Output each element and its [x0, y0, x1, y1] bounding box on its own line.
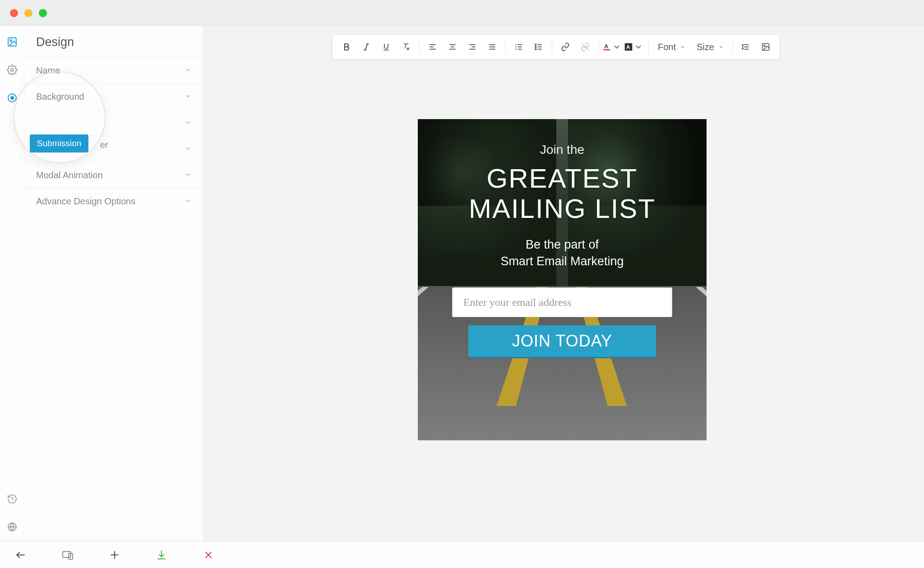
modal-title-line1: GREATEST — [487, 163, 638, 194]
chevron-down-icon — [185, 145, 192, 154]
separator — [419, 40, 420, 54]
panel-label: Advance Design Options — [36, 196, 135, 207]
design-sidebar: Design Name Background Container Close L… — [24, 26, 204, 541]
separator — [732, 40, 733, 54]
editor-canvas[interactable]: 123 A A Font Size — [204, 26, 924, 541]
add-icon[interactable] — [107, 548, 122, 562]
join-today-button[interactable]: JOIN TODAY — [468, 325, 656, 357]
panel-container[interactable]: Container — [24, 110, 203, 136]
target-icon[interactable] — [6, 92, 18, 104]
clear-format-button[interactable] — [397, 38, 416, 56]
history-icon[interactable] — [6, 493, 18, 505]
insert-image-button[interactable] — [756, 38, 775, 56]
chevron-down-icon — [185, 66, 192, 75]
svg-rect-48 — [63, 551, 70, 557]
font-label: Font — [658, 42, 676, 52]
modal-title-line2: MAILING LIST — [469, 194, 656, 224]
modal-eyebrow[interactable]: Join the — [418, 143, 707, 157]
settings-gear-icon[interactable] — [6, 64, 18, 76]
separator — [648, 40, 649, 54]
download-icon[interactable] — [154, 548, 169, 562]
ordered-list-button[interactable]: 123 — [509, 38, 528, 56]
chevron-down-icon — [185, 92, 192, 102]
devices-icon[interactable] — [60, 548, 75, 562]
align-left-button[interactable] — [423, 38, 442, 56]
align-justify-button[interactable] — [483, 38, 502, 56]
chevron-down-icon — [185, 119, 192, 128]
panel-label: Name — [36, 65, 60, 76]
close-icon[interactable] — [201, 548, 216, 562]
align-right-button[interactable] — [463, 38, 482, 56]
panel-label: Modal Animation — [36, 170, 103, 180]
size-dropdown[interactable]: Size — [691, 42, 729, 52]
size-label: Size — [697, 42, 714, 52]
svg-point-46 — [764, 45, 765, 46]
container-label-peek: er — [100, 140, 108, 150]
svg-text:A: A — [626, 44, 630, 50]
unordered-list-button[interactable] — [529, 38, 548, 56]
text-color-button[interactable]: A — [602, 38, 621, 56]
bold-button[interactable] — [337, 38, 356, 56]
svg-point-2 — [11, 69, 14, 71]
svg-point-34 — [535, 46, 536, 48]
insert-link-button[interactable] — [556, 38, 575, 56]
image-tab-icon[interactable] — [6, 36, 18, 48]
separator — [598, 40, 599, 54]
svg-rect-38 — [604, 49, 610, 51]
bottom-toolbar — [0, 541, 924, 568]
chevron-down-icon — [185, 171, 192, 180]
line-height-button[interactable] — [736, 38, 755, 56]
globe-icon[interactable] — [6, 521, 18, 533]
window-minimize-button[interactable] — [24, 9, 32, 17]
remove-link-button[interactable] — [576, 38, 595, 56]
modal-subtitle[interactable]: Be the part of Smart Email Marketing — [418, 236, 707, 269]
modal-title[interactable]: GREATEST MAILING LIST — [418, 163, 707, 224]
window-titlebar — [0, 0, 924, 26]
font-dropdown[interactable]: Font — [652, 42, 690, 52]
bg-color-button[interactable]: A — [622, 38, 645, 56]
italic-button[interactable] — [357, 38, 376, 56]
svg-point-35 — [535, 49, 536, 50]
panel-modal-animation[interactable]: Modal Animation — [24, 162, 203, 188]
align-center-button[interactable] — [443, 38, 462, 56]
text-toolbar: 123 A A Font Size — [332, 34, 780, 60]
panel-advance-design-options[interactable]: Advance Design Options — [24, 188, 203, 214]
window-maximize-button[interactable] — [39, 9, 47, 17]
sidebar-title: Design — [24, 26, 203, 57]
modal-sub-line2: Smart Email Marketing — [500, 254, 624, 268]
svg-point-33 — [535, 44, 536, 46]
back-arrow-icon[interactable] — [14, 548, 28, 562]
underline-button[interactable] — [377, 38, 396, 56]
modal-preview[interactable]: Join the GREATEST MAILING LIST Be the pa… — [418, 119, 707, 440]
panel-name[interactable]: Name — [24, 57, 203, 83]
svg-point-4 — [11, 97, 14, 99]
chevron-down-icon — [185, 197, 192, 206]
separator — [505, 40, 506, 54]
submission-tooltip[interactable]: Submission — [30, 134, 88, 152]
svg-point-1 — [10, 40, 12, 42]
separator — [552, 40, 552, 54]
svg-text:A: A — [604, 43, 608, 50]
panel-background[interactable]: Background — [24, 83, 203, 110]
svg-text:3: 3 — [515, 48, 517, 51]
modal-sub-line1: Be the part of — [526, 238, 599, 251]
email-input[interactable] — [452, 287, 672, 317]
icon-rail — [0, 26, 24, 541]
panel-label: Background — [36, 92, 84, 102]
svg-line-6 — [365, 44, 368, 50]
window-close-button[interactable] — [10, 9, 18, 17]
